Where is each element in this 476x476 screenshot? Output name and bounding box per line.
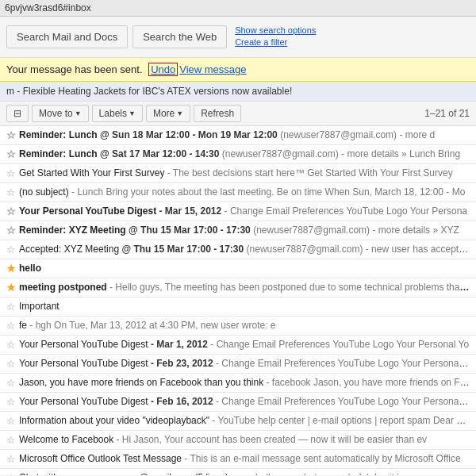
email-content: Information about your video "videoplayb… [19,415,470,426]
snippet: - facebook Jason, you have more friends … [267,377,470,388]
sender: Accepted: XYZ Meeting [19,244,119,255]
email-content: Welcome to Facebook - Hi Jason, Your acc… [19,434,470,445]
subject-text: m - Flexible Heating Jackets for IBC's A… [6,86,292,97]
subject: @ Sat 17 Mar 12:00 - 14:30 [100,148,219,159]
email-row[interactable]: Jason, you have more friends on Facebook… [0,374,476,393]
create-filter-link[interactable]: Create a filter [235,36,316,48]
sender: Get Started With Your First Survey [19,167,164,178]
sender: Welcome to Facebook [19,434,113,445]
show-search-options-link[interactable]: Show search options [235,25,316,36]
sender: meeting postponed [19,282,107,293]
email-list: Reminder: Lunch @ Sun 18 Mar 12:00 - Mon… [0,126,476,475]
sender: Your Personal YouTube Digest [19,396,148,407]
email-content: Jason, you have more friends on Facebook… [19,377,470,388]
snippet: - Hi Jason, Your account has been create… [117,434,428,445]
email-row[interactable]: hello [0,259,476,278]
email-row[interactable]: Get Started With Your First Survey - The… [0,164,476,183]
sender: Information about your video "videoplayb… [19,415,209,426]
sender: hello [19,263,41,274]
email-content: Microsoft Office Outlook Test Message - … [19,453,470,464]
sender: Your Personal YouTube Digest [19,358,148,369]
email-row[interactable]: Your Personal YouTube Digest - Feb 16, 2… [0,393,476,412]
refresh-label: Refresh [201,108,234,119]
email-content: Accepted: XYZ Meeting @ Thu 15 Mar 17:00… [19,244,470,255]
subject: - Mar 15, 2012 [159,205,221,217]
snippet: (newuser7887@gmail.com) - more details »… [222,148,460,159]
undo-link[interactable]: Undo [148,63,178,76]
email-content: hello [19,263,470,274]
email-content: fe - hgh On Tue, Mar 13, 2012 at 4:30 PM… [19,320,470,331]
snippet: - Change Email Preferences YouTube Logo … [225,205,467,217]
email-row[interactable]: Information about your video "videoplayb… [0,412,476,431]
sender: fe [19,320,27,331]
notification-message: Your message has been sent. [6,63,143,75]
email-row[interactable]: Reminder: Lunch @ Sun 18 Mar 12:00 - Mon… [0,126,476,145]
email-row[interactable]: Your Personal YouTube Digest - Feb 23, 2… [0,355,476,374]
email-row[interactable]: Reminder: XYZ Meeting @ Thu 15 Mar 17:00… [0,221,476,240]
email-content: Important [19,301,470,312]
labels-arrow-icon: ▼ [129,109,136,117]
snippet: (newuser7887@gmail.com) - more details »… [253,225,459,236]
snippet: - Lunch Bring your notes about the last … [71,186,465,198]
email-content: Reminder: Lunch @ Sat 17 Mar 12:00 - 14:… [19,148,470,159]
email-row[interactable]: Chat with gv.name.someone@gmail.com (5 l… [0,469,476,475]
snippet: - Hello guys, The meeting has been postp… [109,282,470,293]
snippet: (newuser7887@gmail.com) - new user has a… [247,244,470,255]
archive-icon: ⊟ [13,108,21,119]
search-web-button[interactable]: Search the Web [132,25,227,48]
subject: - Feb 16, 2012 [151,396,213,407]
snippet: (newuser7887@gmail.com) - more d [280,129,435,140]
email-row[interactable]: Microsoft Office Outlook Test Message - … [0,450,476,469]
notification-bar: Your message has been sent. Undo View me… [0,58,476,82]
page-count: 1–21 of 21 [424,108,470,119]
email-row[interactable]: (no subject) - Lunch Bring your notes ab… [0,183,476,202]
sender: (no subject) [19,186,69,198]
refresh-button[interactable]: Refresh [194,105,241,122]
title-bar: 6pvjvw3rasd6#inbox [0,0,476,17]
email-row[interactable]: Important [0,298,476,317]
email-content: Your Personal YouTube Digest - Mar 15, 2… [19,205,470,217]
email-content: Your Personal YouTube Digest - Feb 23, 2… [19,358,470,369]
snippet: - Change Email Preferences YouTube Logo … [210,339,469,350]
labels-button[interactable]: Labels ▼ [92,105,143,122]
email-content: Get Started With Your First Survey - The… [19,167,470,178]
more-label: More [153,108,175,119]
email-row[interactable]: meeting postponed - Hello guys, The meet… [0,278,476,298]
subject: @ Sun 18 Mar 12:00 - Mon 19 Mar 12:00 [100,129,278,140]
email-content: Reminder: Lunch @ Sun 18 Mar 12:00 - Mon… [19,129,470,140]
sender: Reminder: Lunch [19,148,98,159]
subject-bar: m - Flexible Heating Jackets for IBC's A… [0,82,476,102]
email-content: Your Personal YouTube Digest - Mar 1, 20… [19,339,470,350]
toolbar: ⊟ Move to ▼ Labels ▼ More ▼ Refresh 1–21… [0,102,476,126]
sender: Important [19,301,60,312]
view-message-link[interactable]: View message [179,63,246,75]
sender: Reminder: Lunch [19,129,98,140]
search-mail-button[interactable]: Search Mail and Docs [6,25,128,48]
archive-button[interactable]: ⊟ [6,105,29,122]
search-links: Show search options Create a filter [235,25,316,49]
email-row[interactable]: Reminder: Lunch @ Sat 17 Mar 12:00 - 14:… [0,145,476,164]
url-text: 6pvjvw3rasd6#inbox [5,2,91,13]
email-row[interactable]: Accepted: XYZ Meeting @ Thu 15 Mar 17:00… [0,240,476,259]
move-to-arrow-icon: ▼ [75,109,82,117]
sender: Jason, you have more friends on Facebook… [19,377,263,388]
sender: Your Personal YouTube Digest [19,339,148,350]
snippet: - This is an e-mail message sent automat… [184,453,460,464]
snippet: - The best decisions start here™ Get Sta… [167,167,453,178]
move-to-button[interactable]: Move to ▼ [32,105,89,122]
snippet: - YouTube help center | e-mail options |… [212,415,470,426]
subject: - Feb 23, 2012 [151,358,213,369]
email-content: meeting postponed - Hello guys, The meet… [19,282,470,293]
more-button[interactable]: More ▼ [146,105,190,122]
snippet: - Change Email Preferences YouTube Logo … [216,358,470,369]
email-row[interactable]: Your Personal YouTube Digest - Mar 1, 20… [0,336,476,355]
sender: Reminder: XYZ Meeting [19,225,126,236]
email-row[interactable]: Your Personal YouTube Digest - Mar 15, 2… [0,202,476,221]
snippet: - me: hello me: what a wonderful day it … [231,472,430,475]
move-to-label: Move to [39,108,73,119]
sender: Microsoft Office Outlook Test Message [19,453,182,464]
email-row[interactable]: Welcome to Facebook - Hi Jason, Your acc… [0,431,476,450]
email-row[interactable]: fe - hgh On Tue, Mar 13, 2012 at 4:30 PM… [0,317,476,336]
subject: @ Thu 15 Mar 17:00 - 17:30 [129,225,251,236]
email-content: (no subject) - Lunch Bring your notes ab… [19,186,470,198]
